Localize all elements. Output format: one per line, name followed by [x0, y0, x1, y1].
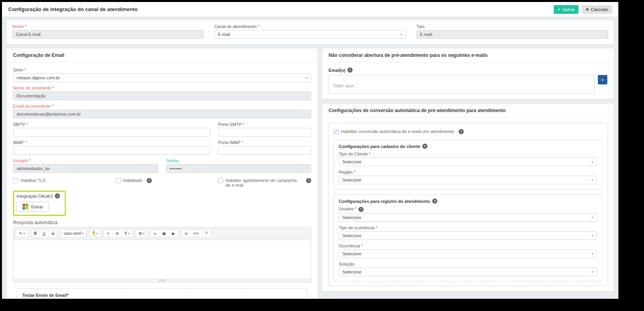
imap-input[interactable] — [13, 146, 210, 155]
caret-icon: ▾ — [96, 232, 98, 235]
editor-content-area[interactable] — [13, 240, 311, 279]
sender-email-field: Email do remetente* — [13, 104, 311, 118]
code-icon: </> — [193, 231, 199, 236]
editor-resize-handle[interactable] — [13, 279, 311, 282]
label-text: Nome — [12, 24, 24, 29]
picture-button[interactable]: ▣ — [159, 230, 169, 237]
resize-grip-icon — [159, 280, 166, 281]
label-text: Tipo de ocorrência — [339, 225, 375, 230]
clear-format-button[interactable]: S — [49, 230, 57, 237]
cancel-button[interactable]: ✖ Cancelar — [582, 5, 612, 14]
record-user-label: Usuário*? — [339, 206, 597, 212]
label-text: Usuário — [339, 206, 354, 211]
caret-icon: ▾ — [143, 232, 145, 235]
password-field: Senha — [166, 158, 311, 173]
imap-port-field: Porta IMAP* — [218, 140, 311, 155]
sender-email-label: Email do remetente* — [13, 104, 311, 109]
name-label: Nome* — [12, 24, 204, 29]
label-text: Ocorrência — [339, 244, 360, 248]
code-view-button[interactable]: </> — [190, 230, 202, 237]
selected-value: Selecione — [342, 215, 361, 220]
check-icon: ✔ — [558, 7, 561, 11]
help-icon[interactable]: ? — [147, 178, 152, 183]
label-text: Nome do remetente — [13, 86, 51, 90]
record-user-select[interactable]: Selecione ∨ — [339, 213, 597, 222]
label-text: Solução — [339, 262, 355, 266]
font-family-select[interactable]: sans-serif▾ — [61, 230, 86, 237]
occurrence-type-label: Tipo de ocorrência* — [339, 225, 597, 230]
label-text: Senha — [166, 158, 179, 163]
chevron-down-icon: ∨ — [591, 270, 594, 274]
bold-button[interactable]: B — [31, 230, 40, 237]
required-mark: * — [241, 140, 243, 145]
solution-field: Solução Selecione ∨ — [339, 262, 597, 276]
table-button[interactable]: ⊞▾ — [136, 230, 147, 237]
help-icon[interactable]: ? — [432, 199, 437, 204]
chevron-down-icon: ∨ — [305, 76, 308, 80]
required-mark: * — [25, 140, 26, 145]
occurrence-label: Ocorrência* — [339, 244, 597, 248]
chevron-down-icon: ∨ — [591, 160, 594, 164]
label-text: Canal de atendimento — [214, 24, 257, 29]
solution-label: Solução — [339, 262, 597, 266]
help-icon[interactable]: ? — [358, 207, 364, 212]
style-button[interactable]: ✎▾ — [16, 230, 28, 237]
label-text: Tipo do Cliente — [339, 152, 368, 156]
email-tags-input[interactable]: Digite aqui... — [329, 75, 595, 94]
save-button[interactable]: ✔ Salvar — [554, 5, 579, 14]
app-screen: Configuração de integração do canal de a… — [2, 2, 618, 299]
help-icon[interactable]: ? — [347, 67, 353, 73]
unordered-list-button[interactable]: ≡ — [104, 230, 113, 237]
ignore-emails-card: Não considerar abertura de pré-atendimen… — [322, 49, 614, 99]
paragraph-button[interactable]: ¶▾ — [122, 230, 132, 237]
required-mark: * — [25, 24, 26, 29]
required-mark: * — [354, 170, 355, 174]
password-label: Senha — [166, 158, 311, 163]
emails-label: Email(s) — [329, 68, 345, 73]
sender-email-input — [13, 110, 311, 118]
right-column: Não considerar abertura de pré-atendimen… — [322, 49, 614, 291]
checkbox-box — [116, 178, 121, 183]
editor-help-button[interactable]: ? — [202, 230, 211, 237]
imap-port-input[interactable] — [218, 146, 311, 155]
enable-conversion-checkbox[interactable]: ✓ Habilitar conversão automática de e-ma… — [334, 129, 464, 134]
client-type-select[interactable]: Selecione ∨ — [339, 157, 597, 166]
selected-value: release.digivox.com.br — [17, 75, 60, 80]
video-button[interactable]: ▶ — [169, 230, 178, 237]
checkbox-box — [218, 178, 223, 183]
add-email-button[interactable]: + — [598, 75, 607, 84]
help-icon[interactable]: ? — [459, 129, 464, 134]
sender-name-field: Nome do remetente* — [13, 86, 311, 100]
ms-logo-square — [22, 207, 25, 210]
checkbox-label: Habilitado — [123, 178, 142, 183]
smtp-input[interactable] — [13, 128, 210, 137]
underline-button[interactable]: U — [40, 230, 49, 237]
help-icon[interactable]: ? — [422, 144, 427, 149]
email-config-card: Configuração de Email Setor* release.dig… — [7, 49, 317, 299]
enabled-checkbox[interactable]: Habilitado ? — [116, 178, 218, 187]
setor-select[interactable]: release.digivox.com.br ∨ — [13, 73, 311, 82]
smtp-port-input[interactable] — [218, 128, 311, 137]
header-actions: ✔ Salvar ✖ Cancelar — [554, 5, 612, 14]
selected-value: Selecione — [342, 270, 361, 274]
solution-select[interactable]: Selecione ∨ — [339, 268, 597, 276]
text-color-button[interactable]: A▾ — [90, 230, 101, 237]
microsoft-login-button[interactable]: Entrar — [17, 202, 49, 212]
imap-port-label: Porta IMAP* — [218, 140, 311, 145]
label-text: Setor — [13, 67, 23, 72]
setor-label: Setor* — [13, 67, 311, 72]
ordered-list-button[interactable]: ≣ — [113, 230, 122, 237]
service-channel-select[interactable]: E-mail ∨ — [214, 30, 406, 39]
help-icon[interactable]: ? — [306, 178, 311, 183]
link-button[interactable]: ∞ — [151, 230, 159, 237]
oauth-button-label: Entrar — [31, 204, 43, 209]
required-mark: * — [355, 206, 357, 211]
occurrence-select[interactable]: Selecione ∨ — [339, 249, 597, 258]
region-select[interactable]: Selecione ∨ — [339, 176, 597, 184]
occurrence-type-select[interactable]: Selecione ∨ — [339, 231, 597, 240]
help-icon[interactable]: ? — [55, 193, 60, 199]
tls-checkbox[interactable]: Habilitar TLS — [13, 178, 116, 187]
campaign-schedule-checkbox[interactable]: Habilitar agendamento de campanha de e-m… — [218, 178, 311, 187]
caret-icon: ▾ — [82, 232, 84, 235]
fullscreen-button[interactable]: ⇲ — [181, 230, 190, 237]
